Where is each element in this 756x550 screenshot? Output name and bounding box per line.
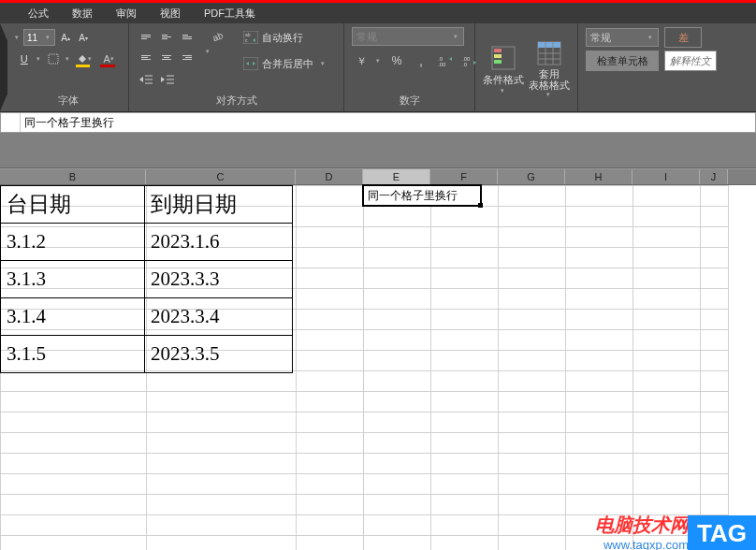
cell[interactable] [633,351,701,371]
name-box[interactable] [1,113,21,132]
cell[interactable] [633,454,701,474]
column-header-F[interactable]: F [430,169,498,184]
align-middle-icon[interactable] [157,27,176,46]
cell[interactable] [701,310,729,330]
cell[interactable] [633,433,701,454]
currency-button[interactable]: ￥ [352,51,371,70]
cell[interactable] [1,495,147,515]
cell[interactable] [499,433,566,454]
active-cell[interactable]: 同一个格子里换行 [362,184,482,207]
menu-review[interactable]: 审阅 [116,7,137,21]
cell[interactable] [499,268,566,289]
cell[interactable] [147,412,297,433]
align-bottom-icon[interactable] [178,27,196,46]
cell[interactable] [297,248,364,268]
cell[interactable] [431,248,499,268]
cell[interactable] [566,351,633,371]
cell[interactable] [147,454,297,474]
cell[interactable] [566,186,633,207]
cell[interactable] [364,536,431,551]
cell[interactable] [297,371,364,392]
cell[interactable] [297,207,364,227]
cell[interactable] [701,495,729,515]
cell[interactable] [364,474,431,495]
cell[interactable] [147,536,297,551]
cell[interactable] [431,515,499,536]
cell[interactable] [633,392,701,412]
cell[interactable] [499,289,566,310]
align-center-icon[interactable] [157,48,176,66]
column-header-H[interactable]: H [565,169,632,184]
cell[interactable] [566,371,633,392]
cell[interactable] [566,392,633,412]
cell[interactable] [297,515,364,536]
increase-decimal-icon[interactable]: .0.00 [436,51,455,70]
cell[interactable] [297,392,364,412]
cell[interactable] [566,268,633,289]
cell[interactable] [566,454,633,474]
cell[interactable] [297,268,364,289]
cell[interactable] [566,310,633,330]
cell[interactable] [701,330,729,351]
cell[interactable] [566,433,633,454]
cell[interactable] [701,289,729,310]
align-right-icon[interactable] [178,48,196,66]
cell[interactable] [1,392,147,412]
cell[interactable] [633,330,701,351]
number-format-dropdown[interactable]: 常规▾ [352,27,464,46]
cell[interactable] [147,392,297,412]
cell[interactable] [633,474,701,495]
cell[interactable] [431,392,499,412]
cell[interactable] [297,351,364,371]
cell[interactable] [701,207,729,227]
cell[interactable] [297,454,364,474]
cell[interactable] [499,495,566,515]
merge-center-button[interactable]: 合并后居中▾ [240,53,330,74]
cell[interactable] [431,536,499,551]
cell[interactable] [297,412,364,433]
cell[interactable] [499,474,566,495]
border-button[interactable] [44,50,63,68]
cell[interactable] [431,207,499,227]
align-left-icon[interactable] [137,48,155,66]
style-check-cell[interactable]: 检查单元格 [586,51,659,71]
cell[interactable] [633,248,701,268]
cell[interactable] [499,515,566,536]
cell[interactable] [431,495,499,515]
fill-color-button[interactable]: ▾ [74,51,96,67]
cell[interactable] [431,310,499,330]
menu-data[interactable]: 数据 [72,7,93,21]
cell[interactable] [431,351,499,371]
cell[interactable] [1,536,147,551]
cell[interactable] [566,227,633,248]
cell[interactable] [701,248,729,268]
cell[interactable] [431,289,499,310]
cell[interactable] [431,433,499,454]
cell[interactable] [1,433,147,454]
cell[interactable] [701,412,729,433]
column-header-D[interactable]: D [296,169,363,184]
cell[interactable] [633,207,701,227]
cell[interactable] [499,536,566,551]
cell[interactable] [499,330,566,351]
cell[interactable] [499,227,566,248]
cell[interactable] [147,433,297,454]
cell[interactable] [297,310,364,330]
spreadsheet-grid[interactable]: 台日期 到期日期 3.1.22023.1.6 3.1.32023.3.3 3.1… [0,185,756,550]
cell[interactable] [499,207,566,227]
column-header-J[interactable]: J [700,169,728,184]
cell[interactable] [499,454,566,474]
cell[interactable] [1,515,147,536]
cell[interactable] [431,454,499,474]
cell[interactable] [1,454,147,474]
cell[interactable] [364,330,431,351]
cell[interactable] [364,310,431,330]
cell[interactable] [499,186,566,207]
cell[interactable] [297,289,364,310]
cell[interactable] [566,330,633,351]
cell[interactable] [701,474,729,495]
cell[interactable] [701,268,729,289]
cell[interactable] [297,186,364,207]
cell[interactable] [297,227,364,248]
font-size-input[interactable]: 11▾ [23,29,55,46]
